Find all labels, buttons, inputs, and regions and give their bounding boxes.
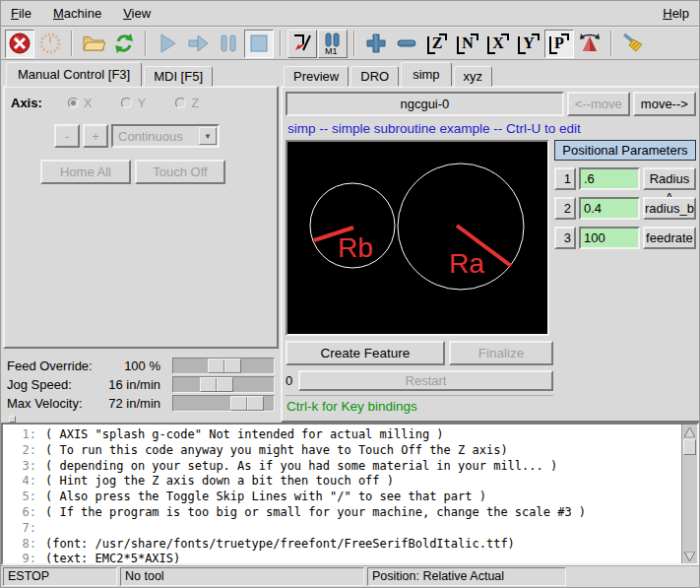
move-right-button[interactable]: move--> bbox=[633, 92, 696, 116]
gcode-line[interactable]: 4:( Hint jog the Z axis down a bit then … bbox=[3, 474, 681, 490]
open-file-button[interactable] bbox=[79, 30, 108, 58]
scrollbar-thumb[interactable] bbox=[683, 439, 696, 455]
tab-dro[interactable]: DRO bbox=[350, 66, 399, 87]
estop-icon bbox=[8, 32, 32, 55]
view-x-button[interactable]: X bbox=[483, 30, 513, 58]
gcode-line[interactable]: 8:(font: /usr/share/fonts/truetype/freef… bbox=[3, 537, 681, 553]
parameter-name-button[interactable]: feedrate bbox=[643, 227, 696, 249]
chevron-down-icon[interactable]: ▼ bbox=[199, 127, 217, 145]
view-p-button[interactable]: P bbox=[544, 30, 574, 58]
axis-radio-y[interactable]: Y bbox=[121, 96, 146, 110]
view-z2-button[interactable]: N bbox=[453, 30, 482, 58]
menu-machine[interactable]: Machine bbox=[53, 6, 101, 21]
tab-xyz[interactable]: xyz bbox=[454, 66, 493, 87]
gcode-line[interactable]: 3:( depending on your setup. As if you h… bbox=[3, 459, 681, 475]
view-letter-icon: P bbox=[551, 34, 567, 53]
jog-mode-value: Continuous bbox=[118, 129, 183, 144]
scroll-down-icon[interactable] bbox=[682, 549, 697, 563]
slider-handle[interactable] bbox=[230, 396, 264, 411]
toolbar-separator bbox=[145, 31, 147, 56]
axis-radio-z[interactable]: Z bbox=[175, 96, 199, 110]
view-z-button[interactable]: Z bbox=[422, 30, 452, 58]
tab-mdi-f5[interactable]: MDI [F5] bbox=[144, 66, 213, 87]
reload-file-button[interactable] bbox=[109, 30, 139, 58]
parameter-name-button[interactable]: Radius A bbox=[643, 167, 696, 190]
override-sliders: Feed Override:100 %Jog Speed:16 in/minMa… bbox=[3, 355, 279, 413]
toolbar-separator bbox=[610, 31, 612, 56]
jog-mode-combobox[interactable]: Continuous ▼ bbox=[111, 124, 220, 148]
parameter-value-input[interactable]: 100 bbox=[579, 227, 640, 249]
parameter-row: 1.6Radius A bbox=[554, 167, 696, 190]
toggle-skip-lines-button[interactable] bbox=[287, 30, 317, 58]
gcode-line[interactable]: 9:(text: EMC2*5*AXIS) bbox=[3, 552, 681, 565]
gcode-line[interactable]: 6:( If the program is too big or small f… bbox=[3, 505, 681, 521]
machine-power-button[interactable] bbox=[35, 30, 65, 58]
gcode-line[interactable]: 1:( AXIS "splash g-code" Not intended fo… bbox=[3, 427, 681, 443]
parameter-number: 2 bbox=[554, 197, 576, 220]
radius-a-label: Ra bbox=[449, 248, 484, 279]
gcode-scrollbar[interactable] bbox=[681, 425, 697, 563]
tab-preview[interactable]: Preview bbox=[284, 66, 349, 87]
step-icon bbox=[186, 32, 210, 55]
jog-plus-button[interactable]: + bbox=[83, 124, 108, 148]
toolbar-separator bbox=[71, 31, 73, 56]
zoom-in-button[interactable] bbox=[361, 30, 391, 58]
tab-simp[interactable]: simp bbox=[401, 62, 451, 87]
parameters-header: Positional Parameters bbox=[554, 140, 696, 161]
view-y-button[interactable]: Y bbox=[514, 30, 543, 58]
gcode-line[interactable]: 2:( To run this code anyway you might ha… bbox=[3, 443, 681, 459]
slider-row: Jog Speed:16 in/min bbox=[7, 375, 275, 394]
gcode-listing[interactable]: 1:( AXIS "splash g-code" Not intended fo… bbox=[1, 423, 699, 565]
gcode-line-text: (text: EMC2*5*AXIS) bbox=[36, 552, 180, 565]
estop-button[interactable] bbox=[5, 30, 34, 58]
slider-row: Max Velocity:72 in/min bbox=[7, 394, 275, 413]
zoom-out-button[interactable] bbox=[392, 30, 421, 58]
toggle-optional-stop-button[interactable]: M1 bbox=[318, 30, 348, 58]
parameter-value-input[interactable]: .6 bbox=[579, 167, 640, 190]
slider-track[interactable] bbox=[172, 358, 275, 374]
status-cell: Position: Relative Actual bbox=[367, 567, 566, 586]
finalize-button[interactable]: Finalize bbox=[449, 341, 553, 365]
create-feature-button[interactable]: Create Feature bbox=[286, 341, 445, 365]
axis-radio-x[interactable]: X bbox=[68, 96, 93, 110]
home-all-button[interactable]: Home All bbox=[40, 160, 131, 184]
stop-program-button[interactable] bbox=[244, 30, 274, 58]
clear-plot-button[interactable] bbox=[618, 30, 648, 58]
restart-button[interactable]: Restart bbox=[298, 370, 553, 391]
step-program-button[interactable] bbox=[183, 30, 213, 58]
rotate-view-button[interactable] bbox=[575, 30, 605, 58]
scroll-up-icon[interactable] bbox=[682, 425, 697, 439]
gcode-line-text: (font: /usr/share/fonts/truetype/freefon… bbox=[36, 537, 515, 553]
reload-icon bbox=[112, 32, 136, 55]
pane-grip[interactable] bbox=[9, 416, 16, 423]
touch-off-button[interactable]: Touch Off bbox=[135, 160, 225, 184]
parameter-value-input[interactable]: 0.4 bbox=[579, 197, 640, 220]
gcode-line-number: 1: bbox=[3, 427, 36, 443]
stop-icon bbox=[247, 32, 271, 55]
slider-track[interactable] bbox=[172, 376, 275, 393]
slider-handle[interactable] bbox=[200, 377, 233, 392]
menu-view[interactable]: View bbox=[123, 6, 151, 21]
gcode-line-number: 4: bbox=[3, 474, 36, 490]
skip-lines-icon bbox=[290, 32, 314, 55]
slider-handle[interactable] bbox=[208, 359, 241, 373]
toolbar-separator bbox=[280, 31, 282, 56]
run-program-button[interactable] bbox=[153, 30, 182, 58]
move-left-button[interactable]: <--move bbox=[567, 92, 630, 116]
parameter-name-button[interactable]: radius_b bbox=[643, 197, 696, 220]
gcode-line[interactable]: 7: bbox=[3, 521, 681, 537]
gcode-line[interactable]: 5:( Also press the Toggle Skip Lines wit… bbox=[3, 490, 681, 505]
menu-file[interactable]: File bbox=[11, 6, 32, 21]
zoom-out-icon bbox=[395, 32, 418, 55]
slider-value: 72 in/min bbox=[101, 396, 168, 411]
control-panel: Manual Control [F3]MDI [F5] Axis: XYZ - … bbox=[1, 60, 279, 423]
menu-help[interactable]: Help bbox=[663, 6, 689, 21]
statusbar: ESTOPNo toolPosition: Relative Actual bbox=[1, 565, 699, 587]
slider-track[interactable] bbox=[172, 395, 275, 412]
jog-minus-button[interactable]: - bbox=[54, 124, 80, 148]
ngcgui-name-entry[interactable]: ngcgui-0 bbox=[286, 92, 564, 116]
pause-program-button[interactable] bbox=[214, 30, 243, 58]
toolbar: M1ZNXYP bbox=[1, 28, 699, 60]
rotate-icon bbox=[578, 32, 602, 55]
tab-manual-control-f3[interactable]: Manual Control [F3] bbox=[6, 62, 142, 87]
